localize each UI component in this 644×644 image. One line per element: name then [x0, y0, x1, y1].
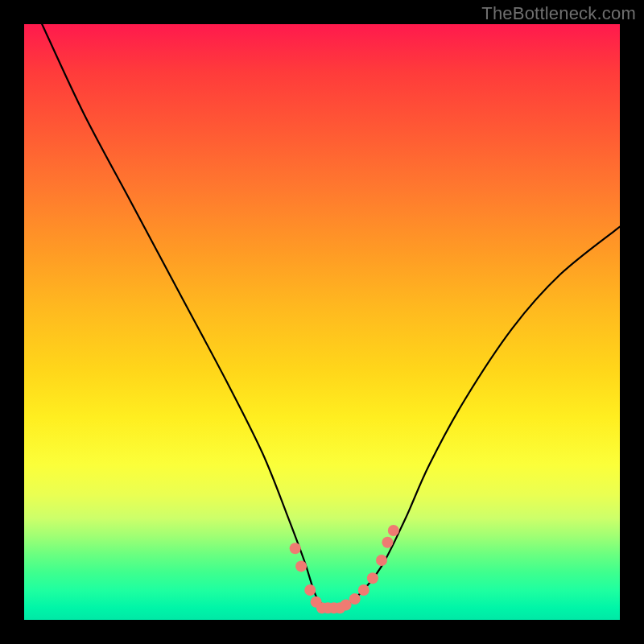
marker-dots: [290, 525, 399, 613]
bottleneck-curve: [42, 24, 620, 609]
marker-dot: [295, 560, 307, 572]
marker-dot: [382, 537, 393, 548]
chart-frame: TheBottleneck.com: [0, 0, 644, 644]
marker-dot: [358, 584, 369, 596]
marker-dot: [304, 584, 316, 596]
plot-area: [24, 24, 620, 620]
watermark-text: TheBottleneck.com: [481, 3, 636, 24]
marker-dot: [367, 572, 378, 584]
marker-dot: [349, 593, 361, 605]
marker-dot: [376, 555, 387, 566]
marker-dot: [388, 525, 399, 536]
curve-svg: [24, 24, 620, 620]
marker-dot: [290, 543, 301, 554]
